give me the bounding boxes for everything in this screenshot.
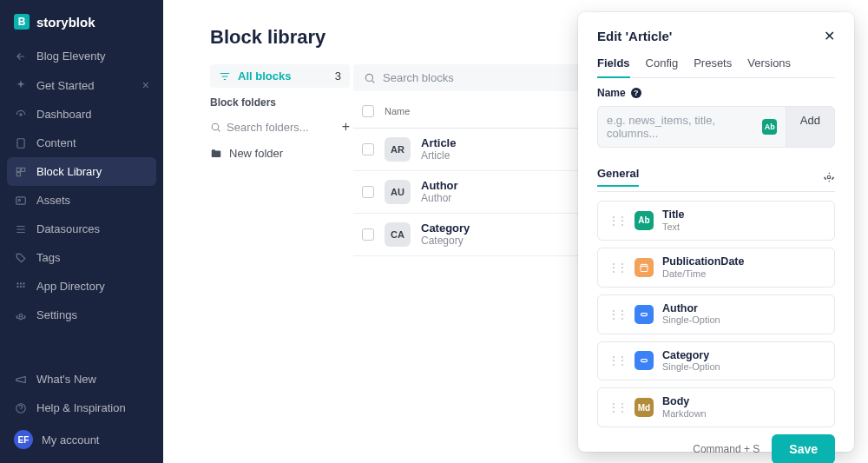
svg-rect-4 bbox=[16, 196, 26, 203]
svg-point-14 bbox=[212, 123, 219, 130]
drag-handle-icon[interactable]: ⋮⋮ bbox=[608, 308, 626, 321]
sidebar-item-label: App Directory bbox=[36, 280, 105, 293]
tab-presets[interactable]: Presets bbox=[694, 56, 732, 77]
drag-handle-icon[interactable]: ⋮⋮ bbox=[608, 215, 626, 227]
svg-point-12 bbox=[19, 314, 23, 317]
column-name: Name bbox=[385, 106, 410, 116]
field-type-icon[interactable]: Ab bbox=[762, 119, 776, 135]
close-icon[interactable]: × bbox=[142, 78, 149, 92]
field-card[interactable]: ⋮⋮MdBodyMarkdown bbox=[597, 387, 835, 427]
panel-close-button[interactable]: ✕ bbox=[824, 28, 835, 44]
search-folders-input[interactable]: Search folders... bbox=[227, 121, 309, 134]
svg-rect-17 bbox=[641, 264, 648, 271]
block-folders-heading: Block folders bbox=[210, 96, 350, 109]
svg-rect-19 bbox=[641, 360, 648, 362]
tab-config[interactable]: Config bbox=[646, 56, 679, 77]
sidebar-item-whats-new[interactable]: What's New bbox=[0, 365, 163, 394]
name-placeholder: e.g. news_items, title, columns... bbox=[607, 114, 755, 140]
drag-handle-icon[interactable]: ⋮⋮ bbox=[608, 354, 626, 367]
edit-block-panel: Edit 'Article' ✕ Fields Config Presets V… bbox=[578, 12, 854, 452]
sidebar-item-account[interactable]: EF My account bbox=[0, 422, 163, 463]
svg-point-11 bbox=[23, 285, 24, 287]
field-name: Body bbox=[662, 396, 707, 408]
tab-fields[interactable]: Fields bbox=[597, 56, 630, 78]
field-name: Title bbox=[662, 209, 684, 222]
image-icon bbox=[14, 195, 28, 207]
field-card[interactable]: ⋮⋮AuthorSingle-Option bbox=[597, 294, 835, 334]
sidebar-item-label: Assets bbox=[36, 194, 70, 207]
field-type: Markdown bbox=[662, 408, 707, 419]
arrow-left-icon bbox=[14, 50, 28, 63]
sidebar: B storyblok Blog Eleventy Get Started × … bbox=[0, 0, 163, 463]
drag-handle-icon[interactable]: ⋮⋮ bbox=[608, 261, 626, 274]
field-type-icon bbox=[635, 258, 654, 277]
tab-versions[interactable]: Versions bbox=[747, 56, 791, 77]
svg-point-16 bbox=[827, 175, 831, 179]
row-checkbox[interactable] bbox=[362, 143, 374, 155]
search-folders-row: Search folders... + bbox=[210, 114, 350, 140]
block-subtitle: Category bbox=[421, 235, 470, 247]
sidebar-item-settings[interactable]: Settings bbox=[0, 301, 163, 329]
search-blocks-placeholder: Search blocks bbox=[383, 71, 454, 84]
field-list: ⋮⋮AbTitleText⋮⋮PublicationDateDate/Time⋮… bbox=[597, 201, 835, 434]
field-type: Date/Time bbox=[662, 268, 744, 279]
svg-rect-3 bbox=[16, 172, 20, 175]
fields-section-label: General bbox=[597, 167, 639, 187]
new-field-name-input[interactable]: e.g. news_items, title, columns... Ab bbox=[597, 106, 786, 148]
add-field-button[interactable]: Add bbox=[786, 106, 835, 148]
all-blocks-label: All blocks bbox=[238, 69, 291, 83]
sidebar-item-dashboard[interactable]: Dashboard bbox=[0, 100, 163, 129]
sidebar-item-app-directory[interactable]: App Directory bbox=[0, 272, 163, 301]
sidebar-item-content[interactable]: Content bbox=[0, 129, 163, 157]
field-card[interactable]: ⋮⋮CategorySingle-Option bbox=[597, 341, 835, 381]
add-folder-button[interactable]: + bbox=[342, 119, 350, 135]
field-card[interactable]: ⋮⋮PublicationDateDate/Time bbox=[597, 248, 835, 288]
section-settings-button[interactable] bbox=[823, 171, 835, 183]
block-badge: AR bbox=[385, 137, 411, 162]
sidebar-item-label: Settings bbox=[36, 308, 77, 321]
field-type-icon: Md bbox=[635, 398, 654, 417]
block-name: Author bbox=[421, 180, 458, 192]
svg-rect-0 bbox=[17, 138, 24, 148]
sidebar-item-label: Block Library bbox=[36, 165, 102, 178]
row-checkbox[interactable] bbox=[362, 186, 374, 198]
sidebar-item-label: What's New bbox=[36, 373, 96, 386]
drag-handle-icon[interactable]: ⋮⋮ bbox=[608, 401, 626, 413]
megaphone-icon bbox=[14, 374, 28, 386]
svg-point-15 bbox=[365, 74, 372, 81]
brand-logo[interactable]: B storyblok bbox=[0, 10, 163, 42]
sidebar-item-tags[interactable]: Tags bbox=[0, 243, 163, 272]
svg-rect-2 bbox=[22, 168, 25, 171]
new-folder-item[interactable]: New folder bbox=[210, 140, 350, 167]
library-sidebar: All blocks 3 Block folders Search folder… bbox=[163, 64, 350, 463]
new-folder-label: New folder bbox=[229, 147, 283, 160]
sidebar-item-help[interactable]: Help & Inspiration bbox=[0, 394, 163, 422]
sidebar-item-get-started[interactable]: Get Started × bbox=[0, 70, 163, 100]
field-card[interactable]: ⋮⋮AbTitleText bbox=[597, 201, 835, 241]
row-checkbox[interactable] bbox=[362, 228, 374, 241]
sidebar-item-label: Help & Inspiration bbox=[36, 401, 126, 414]
all-blocks-item[interactable]: All blocks 3 bbox=[210, 64, 350, 88]
sidebar-item-label: My account bbox=[42, 433, 99, 446]
svg-point-8 bbox=[23, 282, 24, 284]
brand-mark-icon: B bbox=[14, 14, 30, 30]
save-button[interactable]: Save bbox=[772, 434, 835, 463]
svg-point-6 bbox=[16, 282, 18, 284]
gear-icon bbox=[14, 309, 28, 321]
select-all-checkbox[interactable] bbox=[362, 105, 374, 117]
grid-icon bbox=[14, 281, 28, 293]
list-icon bbox=[14, 223, 28, 235]
sidebar-item-label: Get Started bbox=[36, 79, 94, 92]
help-icon[interactable]: ? bbox=[631, 88, 641, 98]
field-name: Category bbox=[662, 350, 720, 362]
field-name: PublicationDate bbox=[662, 256, 744, 268]
sidebar-item-label: Content bbox=[36, 136, 76, 149]
sidebar-back[interactable]: Blog Eleventy bbox=[0, 42, 163, 70]
block-name: Article bbox=[421, 137, 456, 149]
folder-icon bbox=[210, 148, 222, 160]
sidebar-item-datasources[interactable]: Datasources bbox=[0, 215, 163, 243]
block-subtitle: Article bbox=[421, 150, 456, 162]
field-type: Text bbox=[662, 222, 684, 232]
sidebar-item-block-library[interactable]: Block Library bbox=[7, 157, 156, 186]
sidebar-item-assets[interactable]: Assets bbox=[0, 186, 163, 215]
